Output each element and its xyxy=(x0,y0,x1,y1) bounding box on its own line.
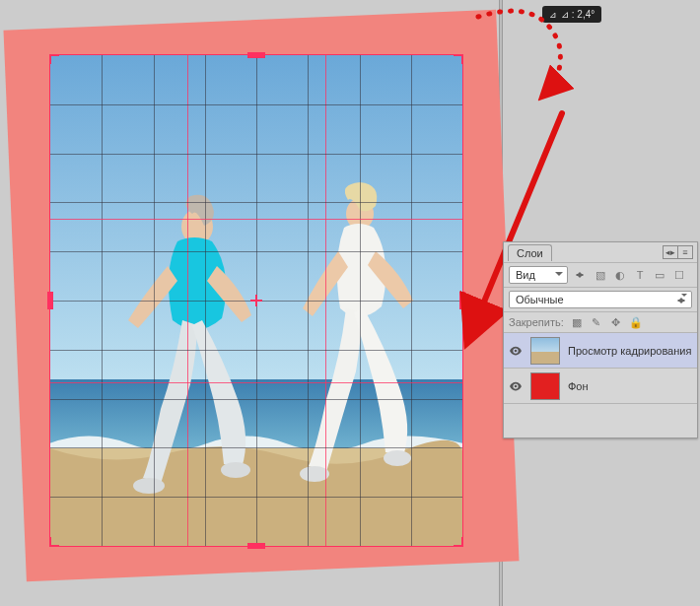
crop-handle-bottom-left[interactable] xyxy=(49,537,59,547)
crop-center-icon xyxy=(250,295,262,306)
crop-handle-top[interactable] xyxy=(247,52,265,58)
crop-handle-top-left[interactable] xyxy=(49,54,59,64)
lock-all-icon[interactable]: 🔒 xyxy=(629,315,643,329)
filter-shape-icon[interactable]: ▭ xyxy=(653,268,666,282)
filter-stepper-icon[interactable] xyxy=(574,266,588,284)
blend-mode-label: Обычные xyxy=(516,294,564,305)
filter-smart-icon[interactable]: ☐ xyxy=(672,268,686,282)
panel-corner-buttons: ◂▸ ≡ xyxy=(664,245,693,259)
svg-point-9 xyxy=(515,349,518,352)
crop-handle-top-right[interactable] xyxy=(454,54,463,64)
visibility-toggle[interactable] xyxy=(509,379,523,393)
lock-transparency-icon[interactable]: ▩ xyxy=(570,315,584,329)
layers-tab-label: Слои xyxy=(517,247,543,259)
layer-name: Фон xyxy=(568,380,589,392)
blend-mode-select[interactable]: Обычные xyxy=(509,291,692,308)
crop-handle-right[interactable] xyxy=(459,292,465,309)
panel-collapse-button[interactable]: ◂▸ xyxy=(663,245,678,259)
canvas-area xyxy=(15,20,508,596)
filter-pixel-icon[interactable]: ▧ xyxy=(594,268,607,282)
lock-label: Закрепить: xyxy=(509,316,564,328)
crop-handle-bottom-right[interactable] xyxy=(454,537,463,547)
layer-thumbnail xyxy=(530,337,560,365)
layer-kind-label: Вид xyxy=(516,269,535,281)
lock-pixels-icon[interactable]: ✎ xyxy=(590,315,603,329)
panel-menu-button[interactable]: ≡ xyxy=(677,245,693,259)
layers-panel: Слои ◂▸ ≡ Вид ▧ ◐ T ▭ ☐ Обычные Закрепит… xyxy=(503,241,698,438)
layer-name: Просмотр кадрирования xyxy=(568,345,691,357)
filter-type-icon[interactable]: T xyxy=(633,268,647,282)
layer-thumbnail xyxy=(530,372,560,400)
layers-tab[interactable]: Слои xyxy=(508,244,552,261)
layers-empty-area xyxy=(504,403,697,429)
rotation-value: ⊿ : 2,4° xyxy=(561,9,595,20)
crop-handle-bottom[interactable] xyxy=(247,543,265,549)
lock-position-icon[interactable]: ✥ xyxy=(609,315,623,329)
rotation-tooltip: ⊿⊿ : 2,4° xyxy=(542,6,601,23)
layer-row-crop-preview[interactable]: Просмотр кадрирования xyxy=(504,332,697,368)
layer-row-background[interactable]: Фон xyxy=(504,368,697,403)
crop-handle-left[interactable] xyxy=(47,292,53,309)
layer-kind-filter[interactable]: Вид xyxy=(509,266,568,284)
angle-icon: ⊿ xyxy=(549,10,557,20)
crop-frame[interactable] xyxy=(49,54,463,547)
filter-adjust-icon[interactable]: ◐ xyxy=(613,268,627,282)
svg-point-10 xyxy=(515,384,518,387)
visibility-toggle[interactable] xyxy=(509,344,523,358)
